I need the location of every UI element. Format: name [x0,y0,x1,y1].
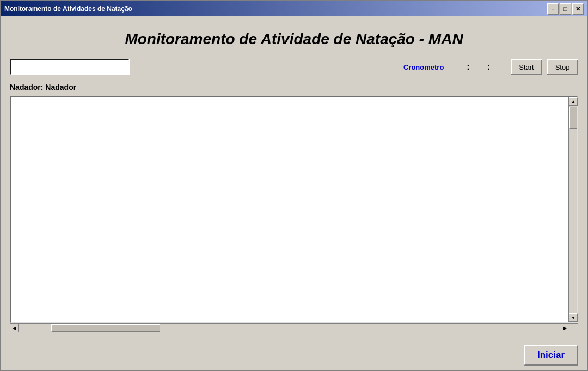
swimmer-name-input[interactable] [10,59,130,75]
bottom-bar: Iniciar [1,340,587,370]
scroll-corner [569,324,578,332]
horizontal-scroll-container: ◀ ▶ [10,323,578,332]
cronometro-section: Cronometro : : Start Stop [403,59,578,75]
window-title: Monitoramento de Atividades de Natação [4,5,132,13]
cronometro-hours [450,62,465,72]
nadador-label: Nadador: Nadador [10,83,578,92]
log-text-content [11,97,568,322]
scroll-left-button[interactable]: ◀ [10,324,19,332]
controls-row: Cronometro : : Start Stop [10,59,578,75]
app-title: Monitoramento de Atividade de Natação - … [10,31,578,48]
stop-button[interactable]: Stop [547,59,578,75]
start-button[interactable]: Start [511,59,542,75]
window-controls: – □ ✕ [547,3,584,15]
scroll-track-v[interactable] [569,106,577,313]
cronometro-seconds [491,62,506,72]
separator2: : [487,62,490,72]
scroll-right-button[interactable]: ▶ [561,324,569,332]
cronometro-display: : : [450,62,506,72]
cronometro-minutes [471,62,486,72]
scroll-thumb-v[interactable] [569,107,577,129]
scroll-track-h[interactable] [19,324,561,332]
vertical-scrollbar[interactable]: ▲ ▼ [568,97,577,322]
content-area: Monitoramento de Atividade de Natação - … [1,16,587,340]
log-area-wrapper: ▲ ▼ ◀ ▶ [10,96,578,332]
scroll-down-button[interactable]: ▼ [569,313,578,322]
scroll-up-button[interactable]: ▲ [569,97,578,106]
minimize-button[interactable]: – [547,3,559,15]
scroll-thumb-h[interactable] [51,324,160,332]
maximize-button[interactable]: □ [560,3,571,15]
close-button[interactable]: ✕ [572,3,584,15]
log-area-body: ▲ ▼ [10,96,578,323]
main-window: Monitoramento de Atividades de Natação –… [0,0,588,371]
cronometro-label: Cronometro [403,63,444,71]
title-bar: Monitoramento de Atividades de Natação –… [1,1,587,16]
separator1: : [467,62,469,72]
iniciar-button[interactable]: Iniciar [524,345,578,366]
